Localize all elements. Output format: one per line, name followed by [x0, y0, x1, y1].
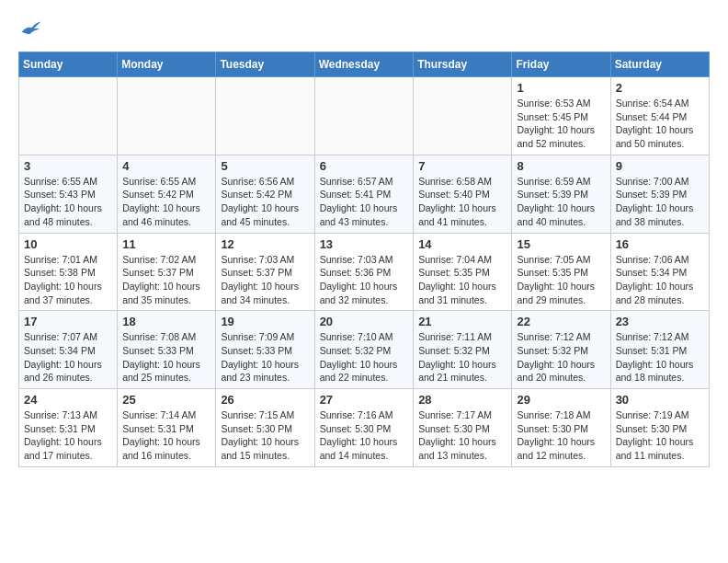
calendar-cell: 14Sunrise: 7:04 AMSunset: 5:35 PMDayligh…: [414, 233, 512, 311]
logo: [18, 18, 42, 37]
calendar-cell: 8Sunrise: 6:59 AMSunset: 5:39 PMDaylight…: [512, 155, 610, 233]
calendar-cell: 18Sunrise: 7:08 AMSunset: 5:33 PMDayligh…: [118, 311, 216, 389]
day-info: Sunrise: 7:07 AMSunset: 5:34 PMDaylight:…: [24, 330, 112, 385]
day-info: Sunrise: 6:59 AMSunset: 5:39 PMDaylight:…: [517, 175, 605, 229]
day-header-saturday: Saturday: [610, 52, 709, 77]
day-number: 30: [616, 393, 704, 407]
calendar-cell: 11Sunrise: 7:02 AMSunset: 5:37 PMDayligh…: [118, 233, 216, 311]
day-number: 10: [24, 237, 112, 251]
calendar-cell: [414, 77, 512, 155]
day-number: 22: [517, 315, 605, 328]
calendar-week-2: 3Sunrise: 6:55 AMSunset: 5:43 PMDaylight…: [19, 155, 710, 233]
day-number: 12: [221, 237, 309, 251]
calendar-cell: 6Sunrise: 6:57 AMSunset: 5:41 PMDaylight…: [314, 155, 414, 233]
day-info: Sunrise: 7:17 AMSunset: 5:30 PMDaylight:…: [418, 408, 506, 463]
calendar-cell: [216, 77, 314, 155]
calendar-cell: 1Sunrise: 6:53 AMSunset: 5:45 PMDaylight…: [512, 77, 610, 155]
calendar-cell: 7Sunrise: 6:58 AMSunset: 5:40 PMDaylight…: [414, 155, 512, 233]
day-info: Sunrise: 7:06 AMSunset: 5:34 PMDaylight:…: [616, 253, 704, 307]
calendar-week-1: 1Sunrise: 6:53 AMSunset: 5:45 PMDaylight…: [19, 77, 710, 155]
calendar-cell: 16Sunrise: 7:06 AMSunset: 5:34 PMDayligh…: [610, 233, 709, 311]
day-header-sunday: Sunday: [19, 52, 118, 77]
day-header-monday: Monday: [118, 52, 216, 77]
day-number: 26: [221, 393, 309, 407]
calendar-cell: 28Sunrise: 7:17 AMSunset: 5:30 PMDayligh…: [414, 389, 512, 467]
calendar-cell: 5Sunrise: 6:56 AMSunset: 5:42 PMDaylight…: [216, 155, 314, 233]
day-number: 6: [320, 159, 409, 173]
calendar-week-5: 24Sunrise: 7:13 AMSunset: 5:31 PMDayligh…: [19, 389, 710, 467]
day-header-wednesday: Wednesday: [314, 52, 414, 77]
day-info: Sunrise: 7:01 AMSunset: 5:38 PMDaylight:…: [24, 253, 112, 307]
calendar-cell: 3Sunrise: 6:55 AMSunset: 5:43 PMDaylight…: [19, 155, 118, 233]
day-info: Sunrise: 7:03 AMSunset: 5:36 PMDaylight:…: [320, 253, 409, 307]
calendar-cell: 2Sunrise: 6:54 AMSunset: 5:44 PMDaylight…: [610, 77, 709, 155]
day-info: Sunrise: 7:16 AMSunset: 5:30 PMDaylight:…: [320, 408, 409, 463]
day-number: 9: [616, 159, 704, 173]
day-number: 1: [517, 81, 605, 95]
day-header-thursday: Thursday: [414, 52, 512, 77]
day-info: Sunrise: 6:56 AMSunset: 5:42 PMDaylight:…: [221, 175, 309, 229]
day-number: 11: [122, 237, 210, 251]
day-number: 28: [418, 393, 506, 407]
day-number: 4: [122, 159, 210, 173]
day-number: 29: [517, 393, 605, 407]
day-header-tuesday: Tuesday: [216, 52, 314, 77]
day-header-friday: Friday: [512, 52, 610, 77]
calendar-cell: 10Sunrise: 7:01 AMSunset: 5:38 PMDayligh…: [19, 233, 118, 311]
calendar-cell: 17Sunrise: 7:07 AMSunset: 5:34 PMDayligh…: [19, 311, 118, 389]
day-info: Sunrise: 7:14 AMSunset: 5:31 PMDaylight:…: [122, 408, 210, 463]
calendar-cell: 25Sunrise: 7:14 AMSunset: 5:31 PMDayligh…: [118, 389, 216, 467]
calendar-cell: 20Sunrise: 7:10 AMSunset: 5:32 PMDayligh…: [314, 311, 414, 389]
calendar-cell: 26Sunrise: 7:15 AMSunset: 5:30 PMDayligh…: [216, 389, 314, 467]
calendar-cell: 21Sunrise: 7:11 AMSunset: 5:32 PMDayligh…: [414, 311, 512, 389]
calendar-cell: 30Sunrise: 7:19 AMSunset: 5:30 PMDayligh…: [610, 389, 709, 467]
calendar-week-4: 17Sunrise: 7:07 AMSunset: 5:34 PMDayligh…: [19, 311, 710, 389]
day-number: 23: [616, 315, 704, 328]
day-number: 16: [616, 237, 704, 251]
day-number: 14: [418, 237, 506, 251]
day-info: Sunrise: 7:05 AMSunset: 5:35 PMDaylight:…: [517, 253, 605, 307]
day-number: 2: [616, 81, 704, 95]
day-info: Sunrise: 6:58 AMSunset: 5:40 PMDaylight:…: [418, 175, 506, 229]
calendar-cell: 15Sunrise: 7:05 AMSunset: 5:35 PMDayligh…: [512, 233, 610, 311]
day-info: Sunrise: 7:09 AMSunset: 5:33 PMDaylight:…: [221, 330, 309, 385]
day-number: 13: [320, 237, 409, 251]
day-number: 27: [320, 393, 409, 407]
day-number: 15: [517, 237, 605, 251]
day-number: 19: [221, 315, 309, 328]
day-info: Sunrise: 7:11 AMSunset: 5:32 PMDaylight:…: [418, 330, 506, 385]
day-info: Sunrise: 6:55 AMSunset: 5:43 PMDaylight:…: [24, 175, 112, 229]
calendar-cell: 23Sunrise: 7:12 AMSunset: 5:31 PMDayligh…: [610, 311, 709, 389]
day-number: 8: [517, 159, 605, 173]
day-number: 25: [122, 393, 210, 407]
calendar-cell: 24Sunrise: 7:13 AMSunset: 5:31 PMDayligh…: [19, 389, 118, 467]
day-info: Sunrise: 7:15 AMSunset: 5:30 PMDaylight:…: [221, 408, 309, 463]
calendar-cell: [19, 77, 118, 155]
day-info: Sunrise: 7:08 AMSunset: 5:33 PMDaylight:…: [122, 330, 210, 385]
day-number: 17: [24, 315, 112, 328]
calendar-cell: 4Sunrise: 6:55 AMSunset: 5:42 PMDaylight…: [118, 155, 216, 233]
calendar-cell: 9Sunrise: 7:00 AMSunset: 5:39 PMDaylight…: [610, 155, 709, 233]
calendar-cell: [118, 77, 216, 155]
day-info: Sunrise: 7:02 AMSunset: 5:37 PMDaylight:…: [122, 253, 210, 307]
day-info: Sunrise: 7:12 AMSunset: 5:32 PMDaylight:…: [517, 330, 605, 385]
calendar-header-row: SundayMondayTuesdayWednesdayThursdayFrid…: [19, 52, 710, 77]
logo-bird-icon: [20, 18, 42, 37]
calendar-cell: 27Sunrise: 7:16 AMSunset: 5:30 PMDayligh…: [314, 389, 414, 467]
day-info: Sunrise: 7:10 AMSunset: 5:32 PMDaylight:…: [320, 330, 409, 385]
calendar-week-3: 10Sunrise: 7:01 AMSunset: 5:38 PMDayligh…: [19, 233, 710, 311]
day-info: Sunrise: 6:54 AMSunset: 5:44 PMDaylight:…: [616, 97, 704, 151]
day-info: Sunrise: 7:19 AMSunset: 5:30 PMDaylight:…: [616, 408, 704, 463]
calendar-cell: 12Sunrise: 7:03 AMSunset: 5:37 PMDayligh…: [216, 233, 314, 311]
day-info: Sunrise: 6:53 AMSunset: 5:45 PMDaylight:…: [517, 97, 605, 151]
calendar-table: SundayMondayTuesdayWednesdayThursdayFrid…: [18, 52, 710, 467]
day-number: 18: [122, 315, 210, 328]
calendar-cell: 13Sunrise: 7:03 AMSunset: 5:36 PMDayligh…: [314, 233, 414, 311]
calendar-cell: 29Sunrise: 7:18 AMSunset: 5:30 PMDayligh…: [512, 389, 610, 467]
day-number: 24: [24, 393, 112, 407]
day-info: Sunrise: 7:00 AMSunset: 5:39 PMDaylight:…: [616, 175, 704, 229]
day-number: 21: [418, 315, 506, 328]
day-info: Sunrise: 7:12 AMSunset: 5:31 PMDaylight:…: [616, 330, 704, 385]
day-info: Sunrise: 7:03 AMSunset: 5:37 PMDaylight:…: [221, 253, 309, 307]
day-info: Sunrise: 7:18 AMSunset: 5:30 PMDaylight:…: [517, 408, 605, 463]
